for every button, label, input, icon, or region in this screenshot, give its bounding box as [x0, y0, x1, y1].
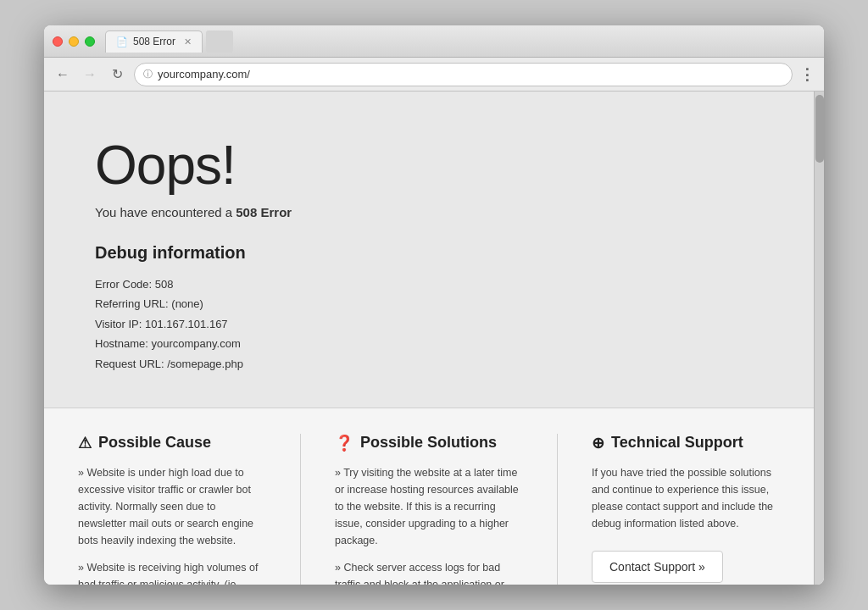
- oops-heading: Oops!: [95, 134, 763, 197]
- possible-cause-label: Possible Cause: [98, 434, 211, 452]
- subtitle-pre: You have encountered a: [95, 205, 236, 219]
- possible-solutions-body: » Try visiting the website at a later ti…: [335, 464, 523, 585]
- debug-line-3: Hostname: yourcompany.com: [95, 334, 763, 353]
- possible-cause-col: ⚠ Possible Cause » Website is under high…: [78, 434, 266, 585]
- scrollbar-track[interactable]: [814, 92, 824, 585]
- address-bar[interactable]: ⓘ yourcompany.com/: [134, 63, 793, 86]
- debug-line-2: Visitor IP: 101.167.101.167: [95, 314, 763, 334]
- possible-solutions-col: ❓ Possible Solutions » Try visiting the …: [335, 434, 523, 585]
- possible-cause-body: » Website is under high load due to exce…: [78, 464, 266, 585]
- traffic-lights: [53, 36, 95, 47]
- solution-para-0: » Try visiting the website at a later ti…: [335, 464, 523, 549]
- content-wrapper: Oops! You have encountered a 508 Error D…: [44, 92, 824, 585]
- active-tab[interactable]: 📄 508 Error ✕: [105, 30, 203, 53]
- cause-para-0: » Website is under high load due to exce…: [78, 464, 266, 549]
- tab-area: 📄 508 Error ✕: [105, 30, 815, 53]
- debug-line-1: Referring URL: (none): [95, 294, 763, 313]
- possible-cause-heading: ⚠ Possible Cause: [78, 434, 266, 452]
- tab-title: 508 Error: [133, 36, 175, 47]
- hero-section: Oops! You have encountered a 508 Error D…: [44, 92, 814, 408]
- tab-close-icon[interactable]: ✕: [184, 36, 192, 47]
- scrollbar-thumb[interactable]: [815, 95, 824, 163]
- technical-support-body: If you have tried the possible solutions…: [592, 464, 780, 532]
- possible-solutions-label: Possible Solutions: [360, 434, 497, 452]
- url-text: yourcompany.com/: [158, 68, 783, 80]
- new-tab-spacer: [206, 30, 233, 53]
- minimize-button[interactable]: [69, 36, 79, 47]
- title-bar: 📄 508 Error ✕: [44, 25, 824, 58]
- page-content: Oops! You have encountered a 508 Error D…: [44, 92, 814, 585]
- close-button[interactable]: [53, 36, 63, 47]
- refresh-button[interactable]: ↻: [107, 64, 127, 85]
- support-body-text: If you have tried the possible solutions…: [592, 464, 780, 532]
- forward-button[interactable]: →: [80, 64, 100, 85]
- debug-line-0: Error Code: 508: [95, 274, 763, 294]
- divider-1: [300, 434, 301, 585]
- warning-icon: ⚠: [78, 434, 92, 452]
- solution-para-1: » Check server access logs for bad traff…: [335, 559, 523, 585]
- technical-support-col: ⊕ Technical Support If you have tried th…: [592, 434, 780, 585]
- more-options-button[interactable]: ⋮: [799, 65, 815, 84]
- debug-heading: Debug information: [95, 243, 763, 263]
- debug-info: Error Code: 508 Referring URL: (none) Vi…: [95, 274, 763, 374]
- question-icon: ❓: [335, 434, 353, 452]
- support-icon: ⊕: [592, 434, 604, 452]
- divider-2: [557, 434, 558, 585]
- possible-solutions-heading: ❓ Possible Solutions: [335, 434, 523, 452]
- error-code-bold: 508 Error: [236, 205, 292, 219]
- nav-bar: ← → ↻ ⓘ yourcompany.com/ ⋮: [44, 58, 824, 92]
- back-button[interactable]: ←: [53, 64, 73, 85]
- contact-support-button[interactable]: Contact Support »: [592, 551, 723, 583]
- debug-line-4: Request URL: /somepage.php: [95, 354, 763, 374]
- browser-window: 📄 508 Error ✕ ← → ↻ ⓘ yourcompany.com/ ⋮…: [44, 25, 824, 585]
- lock-icon: ⓘ: [143, 68, 153, 80]
- error-subtitle: You have encountered a 508 Error: [95, 205, 763, 219]
- bottom-section: ⚠ Possible Cause » Website is under high…: [44, 408, 814, 585]
- technical-support-heading: ⊕ Technical Support: [592, 434, 780, 452]
- maximize-button[interactable]: [85, 36, 95, 47]
- tab-page-icon: 📄: [116, 36, 128, 47]
- cause-para-1: » Website is receiving high volumes of b…: [78, 559, 266, 585]
- technical-support-label: Technical Support: [611, 434, 743, 452]
